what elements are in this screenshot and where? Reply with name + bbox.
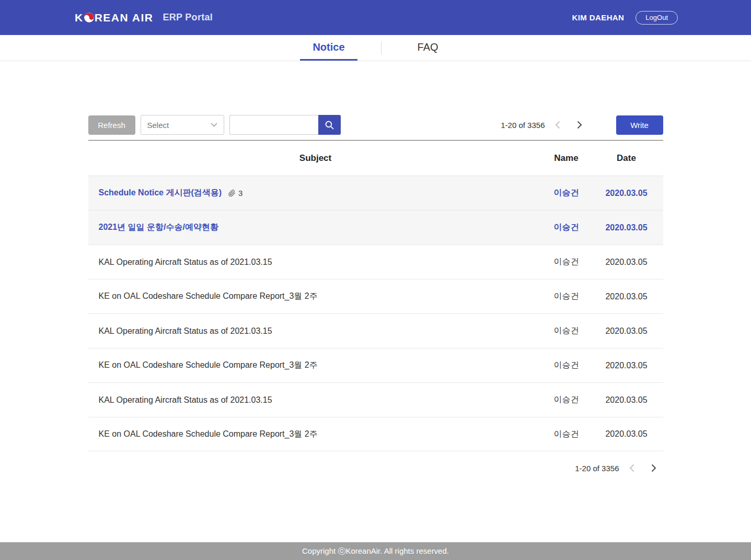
search-input[interactable]	[229, 115, 318, 135]
user-name: KIM DAEHAN	[572, 13, 625, 22]
next-page-button[interactable]	[570, 115, 589, 134]
bottom-pagination: 1-20 of 3356	[88, 459, 663, 477]
chevron-down-icon	[211, 123, 217, 127]
row-author: 이승건	[543, 360, 590, 371]
brand-prefix: K	[75, 11, 84, 24]
table-row[interactable]: KE on OAL Codeshare Schedule Compare Rep…	[88, 348, 663, 382]
pagination-range: 1-20 of 3356	[575, 464, 619, 473]
row-date: 2020.03.05	[590, 223, 663, 232]
select-value: Select	[147, 121, 169, 130]
tab-divider	[381, 41, 382, 55]
table-row[interactable]: Schedule Notice 게시판(검색용) 3 이승건 2020.03.0…	[88, 176, 663, 210]
table-row[interactable]: KE on OAL Codeshare Schedule Compare Rep…	[88, 417, 663, 451]
row-author: 이승건	[543, 291, 590, 302]
row-subject[interactable]: KAL Operating Aircraft Status as of 2021…	[99, 258, 272, 267]
pagination-range: 1-20 of 3356	[501, 121, 545, 130]
row-author: 이승건	[543, 394, 590, 405]
row-subject[interactable]: 2021년 일일 운항/수송/예약현황	[99, 222, 218, 233]
tab-faq-label: FAQ	[418, 41, 438, 53]
next-page-button[interactable]	[644, 459, 663, 477]
row-author: 이승건	[543, 256, 590, 267]
taegeuk-icon	[84, 13, 94, 22]
row-date: 2020.03.05	[590, 189, 663, 198]
row-subject[interactable]: KE on OAL Codeshare Schedule Compare Rep…	[99, 429, 318, 440]
table-header-row: Subject Name Date	[88, 141, 663, 176]
table-row[interactable]: 2021년 일일 운항/수송/예약현황 이승건 2020.03.05	[88, 210, 663, 244]
app-header: K REAN AIR ERP Portal KIM DAEHAN LogOut	[0, 0, 751, 35]
page-footer: Copyright ⓒKoreanAir. All rights reserve…	[0, 542, 751, 560]
brand-wordmark: K REAN AIR	[75, 11, 153, 24]
column-header-date: Date	[590, 153, 663, 164]
write-button[interactable]: Write	[616, 115, 663, 135]
chevron-right-icon	[577, 121, 582, 129]
notice-table: Subject Name Date Schedule Notice 게시판(검색…	[88, 140, 663, 451]
tab-faq[interactable]: FAQ	[405, 35, 451, 61]
board-toolbar: Refresh Select 1-20 of 3356	[88, 115, 663, 135]
row-date: 2020.03.05	[590, 258, 663, 267]
search-category-select[interactable]: Select	[141, 115, 224, 135]
column-header-name: Name	[543, 153, 590, 164]
row-date: 2020.03.05	[590, 292, 663, 301]
row-subject[interactable]: Schedule Notice 게시판(검색용)	[99, 188, 222, 199]
table-row[interactable]: KAL Operating Aircraft Status as of 2021…	[88, 382, 663, 417]
header-right-group: KIM DAEHAN LogOut	[572, 11, 678, 25]
row-author: 이승건	[543, 429, 590, 440]
prev-page-button[interactable]	[548, 115, 567, 134]
row-date: 2020.03.05	[590, 361, 663, 370]
column-header-subject: Subject	[88, 153, 543, 164]
row-date: 2020.03.05	[590, 395, 663, 405]
table-row[interactable]: KAL Operating Aircraft Status as of 2021…	[88, 313, 663, 348]
portal-title: ERP Portal	[163, 12, 213, 23]
chevron-left-icon	[555, 121, 560, 129]
refresh-button[interactable]: Refresh	[88, 115, 135, 135]
search-icon	[325, 120, 334, 130]
logout-button[interactable]: LogOut	[636, 11, 678, 25]
tab-notice-label: Notice	[313, 41, 344, 53]
row-subject[interactable]: KE on OAL Codeshare Schedule Compare Rep…	[99, 360, 318, 371]
attachment-count: 3	[238, 189, 242, 197]
search-button[interactable]	[318, 115, 341, 135]
table-row[interactable]: KE on OAL Codeshare Schedule Compare Rep…	[88, 279, 663, 313]
search-group	[229, 115, 341, 135]
row-subject[interactable]: KE on OAL Codeshare Schedule Compare Rep…	[99, 291, 318, 302]
row-date: 2020.03.05	[590, 429, 663, 439]
brand-suffix: REAN AIR	[95, 11, 154, 24]
table-row[interactable]: KAL Operating Aircraft Status as of 2021…	[88, 244, 663, 279]
copyright-text: Copyright ⓒKoreanAir. All rights reserve…	[302, 546, 449, 556]
korean-air-logo: K REAN AIR ERP Portal	[75, 11, 213, 24]
row-subject[interactable]: KAL Operating Aircraft Status as of 2021…	[99, 395, 272, 405]
row-author: 이승건	[543, 188, 590, 199]
prev-page-button[interactable]	[622, 459, 641, 477]
row-author: 이승건	[543, 222, 590, 233]
notice-board-section: Refresh Select 1-20 of 3356	[88, 115, 663, 477]
chevron-left-icon	[629, 464, 634, 472]
tab-notice[interactable]: Notice	[300, 35, 357, 61]
attachment-icon	[228, 189, 236, 197]
row-date: 2020.03.05	[590, 326, 663, 336]
chevron-right-icon	[651, 464, 656, 472]
tab-bar: Notice FAQ	[0, 35, 751, 61]
row-subject[interactable]: KAL Operating Aircraft Status as of 2021…	[99, 326, 272, 336]
row-author: 이승건	[543, 325, 590, 336]
